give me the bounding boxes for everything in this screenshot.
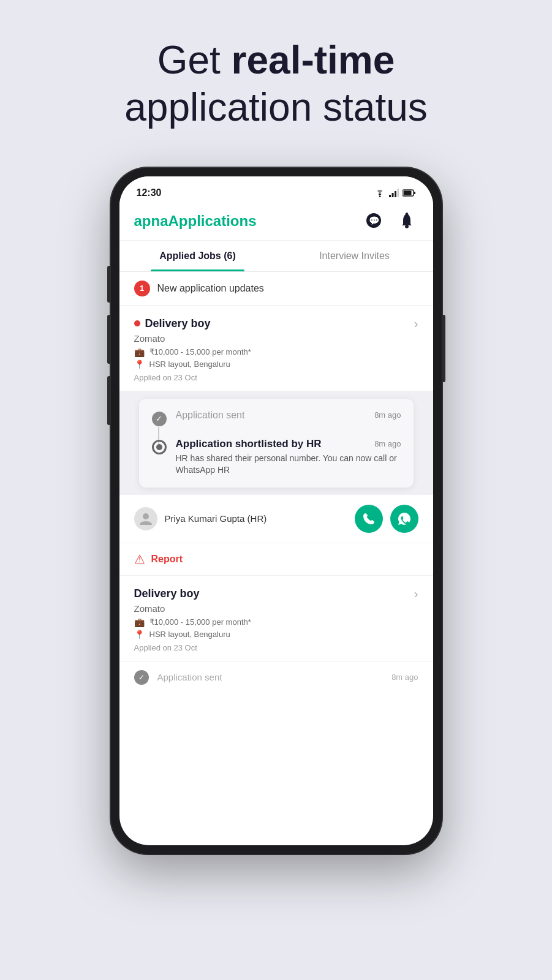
job-salary-2: 💼 ₹10,000 - 15,000 per month* [134, 617, 418, 627]
radio-circle-icon [152, 440, 167, 454]
chat-icon: 💬 [365, 212, 383, 230]
hero-line1: Get real-time [157, 38, 395, 82]
status-card: ✓ Application sent 8m ago [139, 399, 414, 488]
svg-point-11 [143, 513, 149, 519]
job-location-1: 📍 HSR layout, Bengaluru [134, 360, 418, 369]
job-card-2[interactable]: Delivery boy › Zomato 💼 ₹10,000 - 15,000… [119, 576, 433, 662]
phone-shell: 12:30 [111, 168, 442, 854]
tabs-container: Applied Jobs (6) Interview Invites [119, 241, 433, 272]
svg-rect-10 [406, 213, 408, 214]
salary-icon: 💼 [134, 347, 145, 357]
job-title-2: Delivery boy [134, 587, 200, 600]
call-icon [362, 512, 376, 526]
chevron-right-icon-2: › [414, 587, 418, 601]
job-company-1: Zomato [134, 333, 418, 344]
notification-text: New application updates [157, 283, 264, 294]
job-company-2: Zomato [134, 603, 418, 614]
timeline-icon-2 [151, 439, 167, 455]
svg-rect-3 [395, 191, 396, 197]
svg-rect-1 [389, 195, 391, 197]
whatsapp-button[interactable] [390, 505, 418, 533]
app-header: apnaApplications 💬 [119, 203, 433, 241]
battery-icon [403, 189, 416, 197]
timeline-content-1: Application sent 8m ago [176, 410, 401, 421]
bottom-check-icon: ✓ [134, 670, 149, 685]
svg-point-0 [379, 195, 380, 197]
whatsapp-icon [398, 512, 411, 526]
person-icon [138, 511, 153, 526]
tab-interview-invites[interactable]: Interview Invites [276, 241, 433, 271]
radio-inner [156, 444, 162, 450]
hero-section: Get real-time application status [0, 0, 552, 156]
job-salary-1: 💼 ₹10,000 - 15,000 per month* [134, 347, 418, 357]
check-circle-icon: ✓ [152, 412, 167, 426]
wifi-icon [374, 189, 385, 197]
svg-rect-4 [397, 189, 399, 197]
timeline-header-2: Application shortlisted by HR 8m ago [176, 438, 401, 450]
salary-icon-2: 💼 [134, 617, 145, 627]
timeline-content-2: Application shortlisted by HR 8m ago HR … [176, 438, 401, 477]
applied-date-1: Applied on 23 Oct [134, 373, 418, 382]
bell-button[interactable] [395, 209, 418, 233]
hero-line2: application status [124, 85, 428, 129]
notification-badge: 1 [134, 281, 150, 296]
hr-contact: Priya Kumari Gupta (HR) [119, 495, 433, 543]
call-button[interactable] [355, 505, 383, 533]
timeline-desc-2: HR has shared their personal number. You… [176, 453, 401, 477]
bottom-status-title: Application sent [157, 672, 384, 682]
chevron-right-icon: › [414, 317, 418, 331]
phone-screen: 12:30 [119, 176, 433, 845]
location-icon-2: 📍 [134, 630, 145, 639]
hero-title: Get real-time application status [25, 37, 527, 131]
side-button-power [442, 315, 445, 382]
bottom-status-time: 8m ago [391, 673, 418, 682]
bell-icon [398, 212, 415, 230]
svg-point-9 [405, 225, 409, 228]
notification-bar[interactable]: 1 New application updates [119, 272, 433, 306]
timeline-header-1: Application sent 8m ago [176, 410, 401, 421]
bottom-status: ✓ Application sent 8m ago [119, 662, 433, 693]
job-location-2: 📍 HSR layout, Bengaluru [134, 630, 418, 639]
timeline-container: ✓ Application sent 8m ago [119, 391, 433, 495]
timeline-icon-1: ✓ [151, 411, 167, 427]
tab-interview-invites-label: Interview Invites [319, 251, 390, 261]
new-indicator-dot [134, 320, 140, 326]
logo-regular: apna [134, 213, 168, 229]
tab-applied-jobs-label: Applied Jobs (6) [159, 251, 235, 261]
phone-mockup: 12:30 [111, 168, 442, 854]
report-icon: ⚠ [134, 552, 145, 567]
report-row[interactable]: ⚠ Report [119, 543, 433, 576]
timeline-title-2: Application shortlisted by HR [176, 438, 322, 450]
tab-applied-jobs[interactable]: Applied Jobs (6) [119, 241, 276, 271]
timeline-item-1: ✓ Application sent 8m ago [151, 410, 401, 427]
hero-highlight: real-time [232, 38, 395, 82]
chat-button[interactable]: 💬 [362, 209, 385, 233]
applied-date-2: Applied on 23 Oct [134, 643, 418, 652]
side-button-mute [107, 266, 110, 303]
logo-accent: Applications [168, 213, 257, 229]
job-card-1[interactable]: Delivery boy › Zomato 💼 ₹10,000 - 15,000… [119, 306, 433, 391]
location-icon: 📍 [134, 360, 145, 369]
status-icons [374, 189, 416, 197]
status-time: 12:30 [137, 187, 162, 198]
job-title-1: Delivery boy [134, 317, 211, 330]
side-button-volume-up [107, 315, 110, 364]
hr-name: Priya Kumari Gupta (HR) [165, 513, 347, 524]
timeline-item-2: Application shortlisted by HR 8m ago HR … [151, 438, 401, 477]
app-logo: apnaApplications [134, 213, 257, 230]
status-bar: 12:30 [119, 176, 433, 203]
hr-avatar [134, 507, 157, 530]
timeline-time-2: 8m ago [374, 439, 401, 448]
signal-icon [389, 189, 399, 197]
timeline-time-1: 8m ago [374, 410, 401, 420]
report-text: Report [151, 554, 183, 565]
svg-rect-2 [391, 193, 393, 197]
header-icons: 💬 [362, 209, 418, 233]
svg-rect-6 [403, 190, 411, 195]
side-button-volume-down [107, 376, 110, 425]
timeline-title-1: Application sent [176, 410, 245, 421]
svg-text:💬: 💬 [368, 216, 379, 226]
